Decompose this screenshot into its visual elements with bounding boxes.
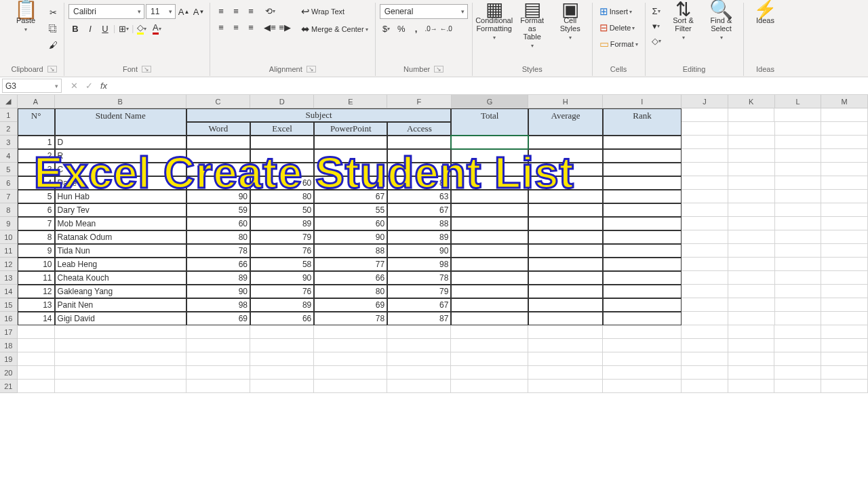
cell[interactable] xyxy=(451,230,528,244)
cell[interactable] xyxy=(821,176,868,190)
cell[interactable] xyxy=(603,190,682,203)
cell[interactable] xyxy=(528,258,603,271)
cell[interactable] xyxy=(603,122,682,136)
row-header[interactable]: 11 xyxy=(0,244,18,258)
cell[interactable] xyxy=(314,339,387,352)
cell[interactable] xyxy=(821,108,868,122)
cell[interactable] xyxy=(821,230,868,244)
col-header[interactable]: C xyxy=(186,95,250,108)
cell[interactable]: 69 xyxy=(186,312,250,325)
header-word[interactable]: Word xyxy=(186,122,250,136)
percent-button[interactable]: % xyxy=(395,22,408,35)
cell[interactable] xyxy=(451,298,528,312)
cell[interactable]: 87 xyxy=(387,312,451,325)
col-header[interactable]: D xyxy=(250,95,314,108)
cell[interactable]: 67 xyxy=(387,203,451,217)
cell[interactable]: 69 xyxy=(314,298,387,312)
cell[interactable] xyxy=(682,325,728,339)
cell[interactable]: Leab Heng xyxy=(55,258,186,271)
cell[interactable]: 89 xyxy=(387,230,451,244)
select-all-corner[interactable]: ◢ xyxy=(0,95,18,108)
number-format-select[interactable]: General xyxy=(380,4,468,19)
cell[interactable] xyxy=(603,149,682,163)
cell[interactable] xyxy=(821,163,868,176)
increase-font-button[interactable]: A▲ xyxy=(177,5,191,18)
cell[interactable]: 98 xyxy=(186,298,250,312)
cell[interactable] xyxy=(603,325,682,339)
cell[interactable] xyxy=(528,339,603,352)
format-cells-button[interactable]: ▭Format xyxy=(597,37,641,52)
cell[interactable] xyxy=(821,217,868,230)
cell[interactable]: 88 xyxy=(387,217,451,230)
cell[interactable] xyxy=(682,285,728,298)
cell[interactable]: Tida Nun xyxy=(55,244,186,258)
cell[interactable] xyxy=(821,380,868,393)
cell[interactable] xyxy=(603,163,682,176)
dialog-launcher-icon[interactable]: ↘ xyxy=(434,66,443,73)
cell[interactable] xyxy=(775,230,822,244)
paste-button[interactable]: 📋 Paste ▾ xyxy=(8,4,43,35)
col-header[interactable]: M xyxy=(821,95,868,108)
col-header[interactable]: F xyxy=(387,95,451,108)
cell[interactable] xyxy=(603,312,682,325)
header-no[interactable]: N° xyxy=(18,108,55,122)
underline-button[interactable]: U xyxy=(98,22,112,35)
cell[interactable] xyxy=(603,230,682,244)
fx-icon[interactable]: fx xyxy=(98,81,110,91)
orientation-button[interactable]: ⟲ xyxy=(263,4,277,18)
cell[interactable] xyxy=(528,217,603,230)
align-right-button[interactable]: ≡ xyxy=(244,20,258,34)
cell[interactable] xyxy=(728,258,775,271)
enter-icon[interactable]: ✓ xyxy=(83,81,95,91)
cell[interactable] xyxy=(528,380,603,393)
cell[interactable] xyxy=(682,149,728,163)
header-powerpoint[interactable]: PowerPoint xyxy=(314,122,387,136)
decrease-indent-button[interactable]: ◀≡ xyxy=(263,20,277,34)
cell[interactable] xyxy=(821,271,868,285)
cell[interactable]: D xyxy=(55,136,186,149)
cell[interactable] xyxy=(451,352,528,366)
cell[interactable] xyxy=(775,190,822,203)
cell[interactable] xyxy=(728,203,775,217)
clear-button[interactable]: ◇ xyxy=(650,34,663,47)
cell[interactable] xyxy=(728,122,775,136)
cell[interactable]: 89 xyxy=(250,298,314,312)
row-header[interactable]: 10 xyxy=(0,230,18,244)
cell[interactable]: 55 xyxy=(314,203,387,217)
cell[interactable] xyxy=(387,380,451,393)
cell[interactable] xyxy=(775,244,822,258)
cell[interactable] xyxy=(728,244,775,258)
cell[interactable] xyxy=(821,244,868,258)
dialog-launcher-icon[interactable]: ↘ xyxy=(307,66,316,73)
cell[interactable]: 66 xyxy=(186,258,250,271)
cell[interactable] xyxy=(774,339,821,352)
cell[interactable] xyxy=(387,366,451,380)
cell[interactable] xyxy=(821,136,868,149)
cell[interactable] xyxy=(821,149,868,163)
cell[interactable] xyxy=(682,136,728,149)
cell[interactable]: 80 xyxy=(186,230,250,244)
cell[interactable] xyxy=(55,339,186,352)
row-header[interactable]: 12 xyxy=(0,258,18,271)
cell[interactable]: 12 xyxy=(18,285,55,298)
cell[interactable]: 66 xyxy=(314,271,387,285)
row-header[interactable]: 21 xyxy=(0,380,18,393)
cell[interactable] xyxy=(55,122,186,136)
cell[interactable]: 14 xyxy=(18,312,55,325)
cell[interactable] xyxy=(682,163,728,176)
row-header[interactable]: 20 xyxy=(0,366,18,380)
cell[interactable] xyxy=(775,285,822,298)
cell[interactable] xyxy=(451,325,528,339)
name-box[interactable]: G3 xyxy=(2,79,62,93)
cell[interactable] xyxy=(821,298,868,312)
cell[interactable] xyxy=(774,108,821,122)
cell[interactable] xyxy=(186,380,250,393)
cell[interactable] xyxy=(728,339,775,352)
cell[interactable] xyxy=(728,108,775,122)
col-header[interactable]: A xyxy=(18,95,55,108)
comma-button[interactable]: , xyxy=(410,22,423,35)
cell[interactable] xyxy=(528,271,603,285)
row-header[interactable]: 2 xyxy=(0,122,18,136)
cell[interactable] xyxy=(250,366,314,380)
cell[interactable] xyxy=(774,352,821,366)
